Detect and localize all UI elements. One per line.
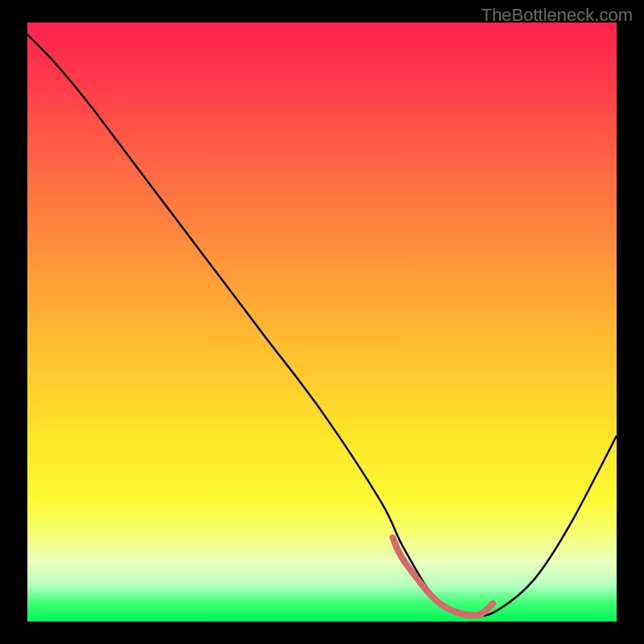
bottleneck-curve [27, 35, 617, 616]
chart-container: TheBottleneck.com [0, 0, 644, 644]
curve-svg [27, 23, 617, 621]
optimal-range-highlight [393, 538, 493, 616]
watermark-text: TheBottleneck.com [481, 5, 633, 26]
